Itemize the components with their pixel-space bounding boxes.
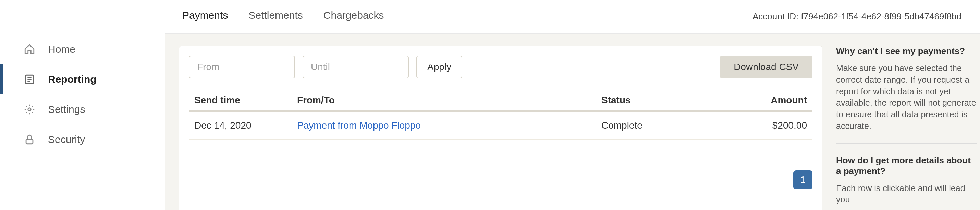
- tab-bar: Payments Settlements Chargebacks Account…: [165, 0, 980, 33]
- tab-label: Chargebacks: [323, 9, 384, 21]
- table-row[interactable]: Dec 14, 2020 Payment from Moppo Floppo C…: [189, 112, 813, 139]
- home-icon: [23, 43, 36, 55]
- download-csv-button[interactable]: Download CSV: [720, 56, 813, 78]
- tab-label: Payments: [182, 9, 228, 21]
- col-header-sendtime: Send time: [194, 95, 297, 106]
- col-header-fromto: From/To: [297, 95, 601, 106]
- lock-icon: [23, 133, 36, 146]
- gear-icon: [23, 103, 36, 115]
- sidebar-item-label: Settings: [48, 104, 85, 115]
- sidebar: Home Reporting Settings Security: [0, 0, 165, 210]
- sidebar-item-security[interactable]: Security: [0, 125, 165, 155]
- help-q1-title: Why can't I see my payments?: [836, 46, 977, 57]
- col-header-amount: Amount: [738, 95, 807, 106]
- report-icon: [23, 73, 36, 85]
- help-q1-body: Make sure you have selected the correct …: [836, 63, 977, 132]
- cell-sendtime: Dec 14, 2020: [194, 120, 297, 131]
- tab-label: Settlements: [248, 9, 302, 21]
- apply-button[interactable]: Apply: [416, 56, 462, 78]
- sidebar-item-reporting[interactable]: Reporting: [0, 64, 165, 95]
- cell-fromto-link[interactable]: Payment from Moppo Floppo: [297, 120, 601, 131]
- payments-panel: Apply Download CSV Send time From/To Sta…: [179, 46, 822, 210]
- help-sidebar: Why can't I see my payments? Make sure y…: [836, 46, 980, 210]
- cell-amount: $200.00: [738, 120, 807, 131]
- sidebar-item-label: Security: [48, 134, 85, 145]
- tab-payments[interactable]: Payments: [182, 5, 228, 38]
- sidebar-item-label: Reporting: [48, 74, 97, 85]
- col-header-status: Status: [601, 95, 738, 106]
- until-date-input[interactable]: [302, 56, 409, 78]
- table-header-row: Send time From/To Status Amount: [189, 90, 813, 112]
- main-area: Payments Settlements Chargebacks Account…: [165, 0, 980, 210]
- page-button-1[interactable]: 1: [793, 171, 813, 189]
- svg-point-4: [28, 108, 31, 111]
- from-date-input[interactable]: [189, 56, 295, 78]
- content-row: Apply Download CSV Send time From/To Sta…: [165, 33, 980, 210]
- help-q2-title: How do I get more details about a paymen…: [836, 155, 977, 177]
- help-divider: [836, 143, 977, 144]
- cell-status: Complete: [601, 120, 738, 131]
- payments-table: Send time From/To Status Amount Dec 14, …: [189, 90, 813, 139]
- tab-chargebacks[interactable]: Chargebacks: [323, 5, 384, 38]
- pagination: 1: [189, 171, 813, 189]
- help-q2-body: Each row is clickable and will lead you: [836, 183, 977, 206]
- sidebar-item-settings[interactable]: Settings: [0, 95, 165, 125]
- svg-rect-5: [26, 139, 33, 144]
- sidebar-item-label: Home: [48, 43, 75, 55]
- tab-settlements[interactable]: Settlements: [248, 5, 302, 38]
- filter-row: Apply Download CSV: [189, 56, 813, 78]
- sidebar-item-home[interactable]: Home: [0, 34, 165, 64]
- account-id: Account ID: f794e062-1f54-4e62-8f99-5db4…: [752, 11, 963, 22]
